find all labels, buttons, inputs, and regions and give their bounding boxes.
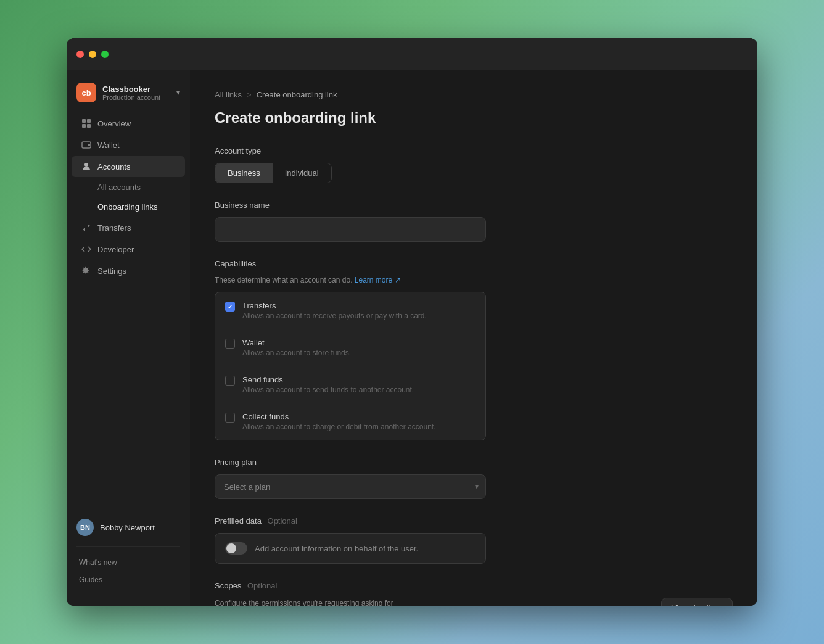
prefilled-data-section: Prefilled data Optional Add account info… xyxy=(215,516,733,564)
code-icon xyxy=(81,244,91,254)
capability-send-funds-name: Send funds xyxy=(242,375,414,384)
sidebar-label-all-accounts: All accounts xyxy=(97,183,141,192)
breadcrumb-separator: > xyxy=(247,90,252,99)
capability-transfers-desc: Allows an account to receive payouts or … xyxy=(242,312,427,320)
sidebar-label-overview: Overview xyxy=(97,119,131,128)
capability-collect-funds: Collect funds Allows an account to charg… xyxy=(215,403,485,440)
main-content: All links > Create onboarding link Creat… xyxy=(190,70,757,606)
sidebar: cb Classbooker Production account ▾ Over… xyxy=(67,70,190,606)
prefilled-optional-badge: Optional xyxy=(268,516,297,526)
wallet-icon xyxy=(81,140,91,150)
pricing-plan-select[interactable]: Select a plan xyxy=(215,474,486,499)
prefilled-data-label: Prefilled data Optional xyxy=(215,516,733,526)
prefilled-toggle-row: Add account information on behalf of the… xyxy=(215,533,486,564)
capability-collect-funds-desc: Allows an account to charge or debit fro… xyxy=(242,423,436,431)
sidebar-label-onboarding-links: Onboarding links xyxy=(97,202,158,212)
business-name-input[interactable] xyxy=(215,217,486,242)
prefilled-toggle-label: Add account information on behalf of the… xyxy=(255,544,418,553)
app-body: cb Classbooker Production account ▾ Over… xyxy=(67,70,757,606)
capability-transfers-name: Transfers xyxy=(242,301,427,310)
capability-collect-funds-name: Collect funds xyxy=(242,412,436,421)
svg-rect-3 xyxy=(87,124,91,128)
pricing-plan-section: Pricing plan Select a plan ▾ xyxy=(215,458,733,499)
business-name-label: Business name xyxy=(215,200,733,210)
bottom-links: What's new Guides xyxy=(76,551,180,591)
svg-rect-0 xyxy=(82,119,86,123)
sidebar-item-all-accounts[interactable]: All accounts xyxy=(72,178,185,197)
brand-subtitle: Production account xyxy=(102,94,170,101)
breadcrumb-parent[interactable]: All links xyxy=(215,90,242,99)
sidebar-label-accounts: Accounts xyxy=(97,162,130,171)
scopes-optional-badge: Optional xyxy=(247,581,277,590)
gear-icon xyxy=(81,266,91,276)
scopes-header: Configure the permissions you're request… xyxy=(215,598,733,606)
brand-logo: cb xyxy=(76,83,96,102)
capability-wallet-desc: Allows an account to store funds. xyxy=(242,349,351,357)
pricing-plan-wrapper: Select a plan ▾ xyxy=(215,474,486,499)
svg-rect-1 xyxy=(87,119,91,123)
capabilities-section: Capabilities These determine what an acc… xyxy=(215,259,733,440)
brand-chevron-icon: ▾ xyxy=(176,88,180,97)
sidebar-item-developer[interactable]: Developer xyxy=(72,239,185,260)
business-name-section: Business name xyxy=(215,200,733,242)
sidebar-label-transfers: Transfers xyxy=(97,223,131,233)
sidebar-item-accounts[interactable]: Accounts xyxy=(72,156,185,177)
page-title: Create onboarding link xyxy=(215,109,733,126)
capabilities-box: Transfers Allows an account to receive p… xyxy=(215,292,486,440)
user-icon xyxy=(81,162,91,171)
account-type-individual[interactable]: Individual xyxy=(273,163,331,183)
maximize-button[interactable] xyxy=(101,51,109,58)
transfer-icon xyxy=(81,223,91,233)
sidebar-item-wallet[interactable]: Wallet xyxy=(72,134,185,155)
view-details-chevron-icon: ▾ xyxy=(718,603,722,606)
learn-more-link[interactable]: Learn more ↗ xyxy=(355,276,401,284)
sidebar-item-transfers[interactable]: Transfers xyxy=(72,217,185,238)
sidebar-footer: BN Bobby Newport What's new Guides xyxy=(67,506,190,598)
capability-send-funds-checkbox[interactable] xyxy=(225,376,235,386)
titlebar xyxy=(67,38,757,70)
scopes-description: Configure the permissions you're request… xyxy=(215,598,412,606)
capability-send-funds-desc: Allows an account to send funds to anoth… xyxy=(242,386,414,394)
capabilities-label: Capabilities xyxy=(215,259,733,268)
capabilities-description: These determine what an account can do. … xyxy=(215,276,733,284)
account-type-section: Account type Business Individual xyxy=(215,146,733,183)
capability-wallet-name: Wallet xyxy=(242,338,351,347)
capability-collect-funds-checkbox[interactable] xyxy=(225,413,235,423)
whats-new-link[interactable]: What's new xyxy=(76,554,180,571)
sidebar-item-settings[interactable]: Settings xyxy=(72,260,185,281)
brand-name: Classbooker xyxy=(102,85,170,94)
account-type-toggle: Business Individual xyxy=(215,163,332,183)
avatar: BN xyxy=(76,519,94,536)
sidebar-label-settings: Settings xyxy=(97,266,126,276)
svg-rect-2 xyxy=(82,124,86,128)
account-type-label: Account type xyxy=(215,146,733,155)
svg-point-6 xyxy=(84,163,88,167)
sidebar-label-wallet: Wallet xyxy=(97,141,120,150)
breadcrumb-current: Create onboarding link xyxy=(257,90,337,99)
breadcrumb: All links > Create onboarding link xyxy=(215,90,733,99)
account-type-business[interactable]: Business xyxy=(215,163,273,183)
prefilled-toggle[interactable] xyxy=(225,542,247,555)
sidebar-item-overview[interactable]: Overview xyxy=(72,113,185,134)
user-profile[interactable]: BN Bobby Newport xyxy=(76,514,180,541)
capability-transfers: Transfers Allows an account to receive p… xyxy=(215,292,485,329)
capability-wallet: Wallet Allows an account to store funds. xyxy=(215,329,485,366)
brand-selector[interactable]: cb Classbooker Production account ▾ xyxy=(67,78,190,112)
scopes-section: Scopes Optional Configure the permission… xyxy=(215,581,733,606)
grid-icon xyxy=(81,118,91,128)
sidebar-item-onboarding-links[interactable]: Onboarding links xyxy=(72,197,185,217)
app-window: cb Classbooker Production account ▾ Over… xyxy=(67,38,757,606)
capability-wallet-checkbox[interactable] xyxy=(225,339,235,349)
footer-divider xyxy=(76,546,180,547)
sidebar-label-developer: Developer xyxy=(97,245,134,254)
sidebar-nav: Overview Wallet Accounts xyxy=(67,112,190,506)
guides-link[interactable]: Guides xyxy=(76,571,180,588)
minimize-button[interactable] xyxy=(89,51,96,58)
pricing-plan-label: Pricing plan xyxy=(215,458,733,467)
close-button[interactable] xyxy=(76,51,84,58)
capability-transfers-checkbox[interactable] xyxy=(225,302,235,312)
view-details-button[interactable]: View details ▾ xyxy=(661,598,733,606)
capability-send-funds: Send funds Allows an account to send fun… xyxy=(215,366,485,403)
scopes-label: Scopes Optional xyxy=(215,581,733,590)
brand-info: Classbooker Production account xyxy=(102,85,170,101)
